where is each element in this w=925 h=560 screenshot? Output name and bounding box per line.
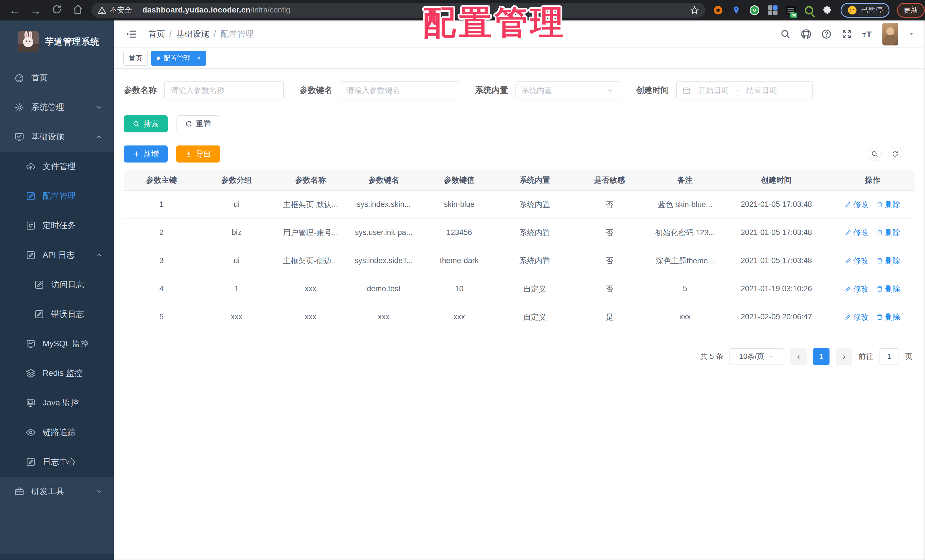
reset-button[interactable]: 重置	[176, 115, 220, 132]
infra-submenu: 文件管理 配置管理 定时任务 API 日志 访问日志 错误日志	[0, 152, 114, 477]
sidebar-item-log-center[interactable]: 日志中心	[0, 447, 114, 477]
sidebar-item-home[interactable]: 首页	[0, 63, 114, 93]
sidebar: 芋道管理系统 首页 系统管理 基础设施 文件管理 配置管理	[0, 21, 114, 560]
sidebar-item-mysql[interactable]: MySQL 监控	[0, 329, 114, 358]
close-tab-icon[interactable]: ×	[197, 54, 200, 62]
desktop-monitor-icon	[26, 398, 36, 408]
filter-type-select[interactable]: 系统内置	[515, 81, 620, 99]
table-header-row: 参数主键 参数分组 参数名称 参数键名 参数键值 系统内置 是否敏感 备注 创建…	[124, 170, 915, 190]
logo-image	[18, 31, 39, 52]
table-toolbar: 新增 导出	[124, 146, 915, 163]
chevron-down-icon	[95, 104, 103, 111]
extension-pin-icon[interactable]	[731, 5, 742, 16]
sidebar-item-infra[interactable]: 基础设施	[0, 122, 114, 152]
filter-name-input[interactable]	[164, 81, 283, 99]
refresh-table-button[interactable]	[888, 147, 902, 161]
svg-text:T: T	[866, 30, 872, 39]
toggle-search-button[interactable]	[868, 147, 882, 161]
log-edit-icon	[26, 457, 36, 467]
edit-link[interactable]: 修改	[845, 256, 869, 266]
browser-update-button[interactable]: 更新	[897, 3, 925, 18]
breadcrumb-home[interactable]: 首页	[148, 29, 165, 40]
url-path: /infra/config	[251, 6, 291, 15]
delete-link[interactable]: 删除	[876, 312, 900, 322]
edit-link[interactable]: 修改	[845, 284, 869, 294]
log-edit-icon	[26, 250, 36, 260]
tab-config[interactable]: 配置管理 ×	[151, 51, 206, 66]
next-page-button[interactable]: ›	[836, 348, 852, 365]
search-icon	[871, 150, 878, 158]
filter-actions: 搜索 重置	[124, 115, 915, 132]
breadcrumb-infra[interactable]: 基础设施	[176, 29, 209, 40]
date-end-placeholder: 结束日期	[746, 85, 777, 95]
back-icon[interactable]: ←	[9, 5, 21, 16]
app-title: 芋道管理系统	[45, 36, 99, 48]
pencil-icon	[845, 257, 852, 264]
goto-label: 前往	[859, 351, 873, 361]
extension-grid-icon[interactable]	[767, 5, 778, 16]
edit-link[interactable]: 修改	[845, 312, 869, 322]
pagination: 共 5 条 10条/页 ‹ 1 › 前往 页	[124, 348, 915, 365]
cloud-upload-icon	[26, 161, 36, 172]
extension-green-circle-icon[interactable]: v	[749, 5, 760, 16]
trash-icon	[876, 257, 883, 264]
delete-link[interactable]: 删除	[876, 199, 900, 210]
search-button[interactable]: 搜索	[124, 115, 168, 132]
extensions-puzzle-icon[interactable]	[822, 5, 833, 16]
address-bar[interactable]: 不安全 dashboard.yudao.iocoder.cn /infra/co…	[92, 3, 705, 18]
active-dot	[157, 57, 160, 60]
sidebar-collapse-bar[interactable]	[0, 554, 114, 560]
sidebar-item-system[interactable]: 系统管理	[0, 93, 114, 122]
fullscreen-icon[interactable]	[841, 29, 852, 39]
filter-form: 参数名称 参数键名 系统内置 系统内置 创建时间 开始日期 - 结束日期	[124, 81, 915, 99]
hamburger-fold-icon[interactable]	[126, 28, 137, 40]
sidebar-item-devtools[interactable]: 研发工具	[0, 477, 114, 506]
pencil-icon	[845, 313, 852, 321]
sidebar-item-api-log[interactable]: API 日志	[0, 240, 114, 270]
prev-page-button[interactable]: ‹	[790, 348, 807, 365]
delete-link[interactable]: 删除	[876, 256, 900, 266]
tab-home[interactable]: 首页	[124, 51, 148, 66]
font-size-icon[interactable]: TT	[862, 29, 873, 39]
search-icon[interactable]	[780, 29, 791, 39]
page-1-button[interactable]: 1	[813, 348, 830, 365]
edit-link[interactable]: 修改	[845, 227, 869, 238]
avatar-caret-icon[interactable]	[908, 30, 915, 38]
reload-icon[interactable]	[51, 4, 63, 17]
annotation-overlay-title: 配置管理	[423, 1, 566, 45]
filter-date-label: 创建时间	[636, 85, 669, 96]
sidebar-item-redis[interactable]: Redis 监控	[0, 358, 114, 388]
browser-profile-chip[interactable]: 已暂停	[841, 3, 889, 18]
delete-link[interactable]: 删除	[876, 227, 900, 238]
table-row: 1 ui 主框架页-默认... sys.index.skin... skin-b…	[124, 190, 915, 218]
extension-list-icon[interactable]: on	[785, 5, 796, 16]
delete-link[interactable]: 删除	[876, 284, 900, 294]
sidebar-item-error-log[interactable]: 错误日志	[0, 300, 114, 329]
add-button[interactable]: 新增	[124, 146, 168, 163]
bookmark-star-icon[interactable]	[690, 6, 699, 15]
edit-link[interactable]: 修改	[845, 199, 869, 210]
plus-icon	[133, 150, 140, 158]
goto-page-input[interactable]	[880, 348, 899, 365]
sidebar-item-job[interactable]: 定时任务	[0, 211, 114, 240]
chevron-up-icon	[95, 251, 103, 259]
sidebar-item-trace[interactable]: 链路追踪	[0, 418, 114, 447]
forward-icon[interactable]: →	[30, 5, 42, 16]
filter-date-range[interactable]: 开始日期 - 结束日期	[676, 81, 813, 99]
help-icon[interactable]	[821, 29, 832, 39]
sidebar-item-access-log[interactable]: 访问日志	[0, 270, 114, 300]
url-host: dashboard.yudao.iocoder.cn	[142, 6, 251, 15]
user-avatar[interactable]	[882, 23, 898, 45]
export-button[interactable]: 导出	[176, 146, 220, 163]
extension-magnifier-icon[interactable]	[804, 5, 815, 16]
chevron-down-icon	[768, 354, 774, 360]
filter-key-input[interactable]	[340, 81, 459, 99]
home-icon[interactable]	[72, 4, 84, 17]
sidebar-logo[interactable]: 芋道管理系统	[0, 21, 114, 63]
sidebar-item-java[interactable]: Java 监控	[0, 388, 114, 418]
sidebar-item-config[interactable]: 配置管理	[0, 181, 114, 211]
sidebar-item-file[interactable]: 文件管理	[0, 152, 114, 181]
github-icon[interactable]	[800, 29, 811, 39]
extension-donut-icon[interactable]	[713, 5, 723, 16]
page-size-select[interactable]: 10条/页	[729, 348, 784, 365]
